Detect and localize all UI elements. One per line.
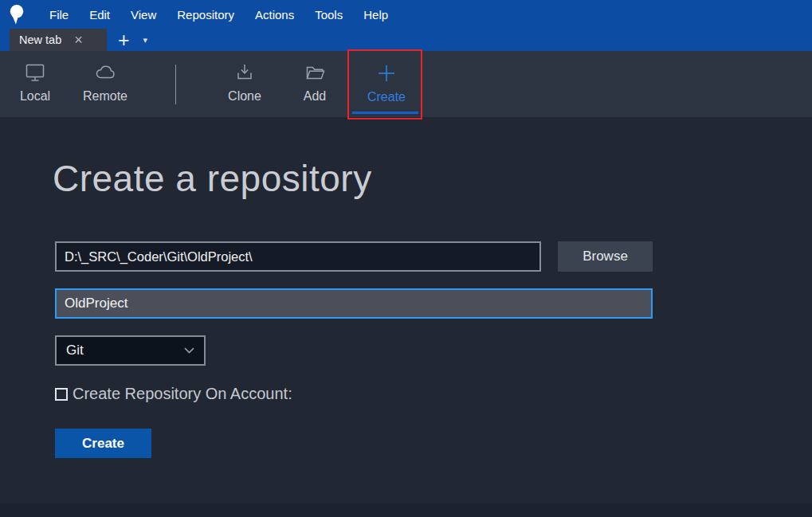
cloud-icon	[93, 62, 117, 84]
account-checkbox-row: Create Repository On Account:	[55, 385, 292, 403]
toolbar-item-local[interactable]: Local	[0, 51, 70, 117]
toolbar-item-create[interactable]: Create	[350, 51, 423, 117]
repo-type-selected-value: Git	[66, 343, 84, 358]
toolbar-divider	[175, 65, 176, 104]
monitor-icon	[23, 62, 47, 84]
tab-bar: New tab × + ▾	[0, 29, 812, 51]
toolbar-label-add: Add	[304, 89, 326, 104]
toolbar: Local Remote Clone Add	[0, 51, 812, 117]
status-bar	[0, 503, 812, 517]
tab-close-icon[interactable]: ×	[74, 33, 83, 47]
folder-open-icon	[303, 62, 327, 84]
menu-item-help[interactable]: Help	[353, 0, 398, 29]
toolbar-item-clone[interactable]: Clone	[210, 51, 280, 117]
create-button[interactable]: Create	[55, 429, 151, 458]
menu-item-view[interactable]: View	[120, 0, 167, 29]
menu-item-repository[interactable]: Repository	[167, 0, 245, 29]
menu-item-edit[interactable]: Edit	[79, 0, 120, 29]
tab-label: New tab	[19, 33, 61, 46]
destination-path-input[interactable]	[55, 241, 541, 272]
toolbar-label-create: Create	[367, 90, 406, 104]
toolbar-item-add[interactable]: Add	[280, 51, 350, 117]
app-logo-icon	[8, 3, 25, 25]
titlebar: File Edit View Repository Actions Tools …	[0, 0, 812, 29]
toolbar-label-clone: Clone	[228, 89, 261, 104]
download-icon	[233, 62, 257, 84]
repo-type-select[interactable]: Git	[55, 335, 206, 366]
menu-item-actions[interactable]: Actions	[245, 0, 304, 29]
menu-item-tools[interactable]: Tools	[304, 0, 353, 29]
app-window: File Edit View Repository Actions Tools …	[0, 0, 812, 517]
toolbar-item-remote[interactable]: Remote	[70, 51, 140, 117]
new-tab-plus-icon[interactable]: +	[118, 29, 130, 50]
browse-button[interactable]: Browse	[558, 241, 653, 272]
tab-list-chevron-down-icon[interactable]: ▾	[143, 35, 148, 45]
menu-bar: File Edit View Repository Actions Tools …	[39, 0, 398, 29]
account-checkbox[interactable]	[55, 388, 68, 401]
account-checkbox-label: Create Repository On Account:	[73, 385, 292, 403]
chevron-down-icon	[184, 347, 194, 354]
toolbar-label-local: Local	[20, 89, 50, 104]
repo-name-input[interactable]	[55, 288, 653, 319]
page-title: Create a repository	[53, 157, 372, 200]
menu-item-file[interactable]: File	[39, 0, 79, 29]
main-panel: Create a repository Browse Git Create Re…	[0, 117, 812, 503]
plus-icon	[375, 62, 398, 84]
create-active-underline	[352, 112, 418, 114]
tab-new-tab[interactable]: New tab ×	[10, 29, 107, 51]
toolbar-label-remote: Remote	[83, 89, 127, 104]
